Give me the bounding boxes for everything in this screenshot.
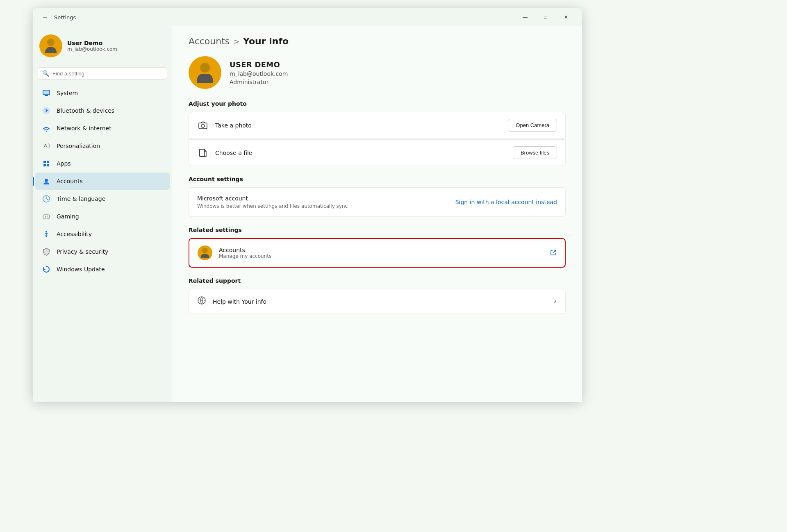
- main-content: Accounts > Your info USER DEMO m_lab@out…: [172, 26, 582, 402]
- related-accounts-desc: Manage my accounts: [219, 253, 544, 259]
- adjust-photo-section: Adjust your photo Take a photo Open Came…: [189, 100, 566, 166]
- svg-point-15: [201, 124, 205, 127]
- sidebar-item-gaming[interactable]: Gaming: [35, 208, 170, 225]
- search-icon: 🔍: [42, 70, 49, 77]
- privacy-icon: [42, 247, 51, 256]
- help-card[interactable]: Help with Your info ∧: [189, 289, 566, 314]
- file-icon: [197, 147, 209, 159]
- breadcrumb-parent: Accounts: [189, 36, 230, 46]
- sidebar-item-label: Network & internet: [57, 125, 111, 132]
- related-settings-section: Related settings Accounts Manage my acco…: [189, 227, 566, 268]
- avatar: [39, 34, 62, 57]
- sidebar-item-label: Personalization: [57, 143, 100, 149]
- titlebar-controls: — □ ✕: [516, 11, 575, 24]
- svg-rect-14: [199, 123, 207, 129]
- accounts-icon: [42, 177, 51, 186]
- related-support-section: Related support Help with Your info: [189, 277, 566, 314]
- ms-account-info: Microsoft account Windows is better when…: [197, 195, 455, 209]
- sidebar-item-apps[interactable]: Apps: [35, 155, 170, 172]
- external-link-icon[interactable]: [550, 249, 557, 257]
- svg-point-13: [45, 231, 47, 232]
- profile-role: Administrator: [230, 79, 288, 85]
- sign-in-local-link[interactable]: Sign in with a local account instead: [455, 199, 557, 205]
- sidebar-item-accounts[interactable]: Accounts: [35, 173, 170, 190]
- search-input[interactable]: [52, 70, 163, 77]
- ms-account-title: Microsoft account: [197, 195, 455, 202]
- sidebar-item-label: Accounts: [57, 178, 83, 184]
- time-icon: [42, 194, 51, 203]
- take-photo-label: Take a photo: [215, 122, 501, 129]
- sidebar-user-name: User Demo: [67, 40, 166, 46]
- breadcrumb: Accounts > Your info: [189, 36, 566, 46]
- bluetooth-icon: [42, 106, 51, 115]
- sidebar-item-privacy[interactable]: Privacy & security: [35, 243, 170, 260]
- sidebar-item-label: Privacy & security: [57, 248, 108, 255]
- sidebar-nav: System Bluetooth & devices: [33, 84, 172, 278]
- maximize-button[interactable]: □: [536, 11, 555, 24]
- breadcrumb-current: Your info: [243, 36, 289, 46]
- svg-rect-11: [43, 215, 50, 219]
- account-settings-section: Account settings Microsoft account Windo…: [189, 176, 566, 217]
- sidebar-user-email: m_lab@outlook.com: [67, 46, 166, 52]
- close-button[interactable]: ✕: [557, 11, 575, 24]
- settings-window: ← Settings — □ ✕ User Demo m_lab@outlook…: [33, 8, 582, 402]
- svg-point-12: [47, 216, 48, 217]
- sidebar: User Demo m_lab@outlook.com 🔍: [33, 26, 172, 402]
- titlebar: ← Settings — □ ✕: [33, 8, 582, 26]
- microsoft-account-card: Microsoft account Windows is better when…: [189, 187, 566, 217]
- sidebar-item-network[interactable]: Network & internet: [35, 120, 170, 137]
- browse-files-button[interactable]: Browse files: [513, 146, 557, 159]
- camera-icon: [197, 120, 209, 131]
- chevron-up-icon: ∧: [553, 299, 557, 305]
- sidebar-item-personalization[interactable]: Personalization: [35, 137, 170, 155]
- gaming-icon: [42, 212, 51, 221]
- sidebar-item-label: System: [57, 90, 78, 96]
- user-profile: USER DEMO m_lab@outlook.com Administrato…: [189, 56, 566, 89]
- sidebar-user[interactable]: User Demo m_lab@outlook.com: [33, 30, 172, 66]
- network-icon: [42, 124, 51, 133]
- breadcrumb-separator: >: [233, 36, 240, 46]
- globe-icon: [197, 296, 206, 307]
- sidebar-item-label: Bluetooth & devices: [57, 107, 114, 114]
- sidebar-item-label: Time & language: [57, 196, 105, 202]
- svg-rect-5: [43, 161, 46, 163]
- sidebar-item-label: Accessibility: [57, 231, 92, 237]
- sidebar-search[interactable]: 🔍: [38, 67, 167, 80]
- svg-rect-7: [43, 164, 46, 166]
- sidebar-item-accessibility[interactable]: Accessibility: [35, 225, 170, 243]
- sidebar-user-info: User Demo m_lab@outlook.com: [67, 40, 166, 52]
- titlebar-title: Settings: [54, 14, 76, 20]
- back-button[interactable]: ←: [39, 11, 51, 23]
- svg-rect-2: [43, 91, 49, 94]
- update-icon: [42, 265, 51, 274]
- apps-icon: [42, 159, 51, 168]
- choose-file-card: Choose a file Browse files: [189, 139, 566, 166]
- sidebar-item-label: Windows Update: [57, 266, 105, 273]
- sidebar-item-label: Gaming: [57, 213, 79, 220]
- sidebar-item-update[interactable]: Windows Update: [35, 261, 170, 278]
- svg-point-9: [45, 179, 48, 182]
- window-body: User Demo m_lab@outlook.com 🔍: [33, 26, 582, 402]
- help-label: Help with Your info: [213, 298, 266, 305]
- system-icon: [42, 89, 51, 98]
- svg-rect-8: [47, 164, 49, 166]
- open-camera-button[interactable]: Open Camera: [508, 119, 557, 132]
- sidebar-item-time[interactable]: Time & language: [35, 190, 170, 207]
- related-account-icon: [198, 246, 212, 260]
- profile-email: m_lab@outlook.com: [230, 70, 288, 77]
- svg-point-4: [46, 131, 47, 132]
- related-accounts-card[interactable]: Accounts Manage my accounts: [189, 238, 566, 268]
- personalization-icon: [42, 141, 51, 150]
- related-support-title: Related support: [189, 277, 566, 284]
- svg-rect-6: [47, 161, 49, 163]
- sidebar-item-system[interactable]: System: [35, 84, 170, 102]
- related-account-info: Accounts Manage my accounts: [219, 247, 544, 259]
- minimize-button[interactable]: —: [516, 11, 535, 24]
- sidebar-item-bluetooth[interactable]: Bluetooth & devices: [35, 102, 170, 119]
- svg-rect-16: [200, 149, 205, 157]
- ms-account-desc: Windows is better when settings and file…: [197, 203, 455, 209]
- take-photo-card: Take a photo Open Camera: [189, 112, 566, 139]
- profile-avatar: [189, 56, 221, 89]
- profile-name: USER DEMO: [230, 60, 288, 69]
- related-accounts-title: Accounts: [219, 247, 544, 253]
